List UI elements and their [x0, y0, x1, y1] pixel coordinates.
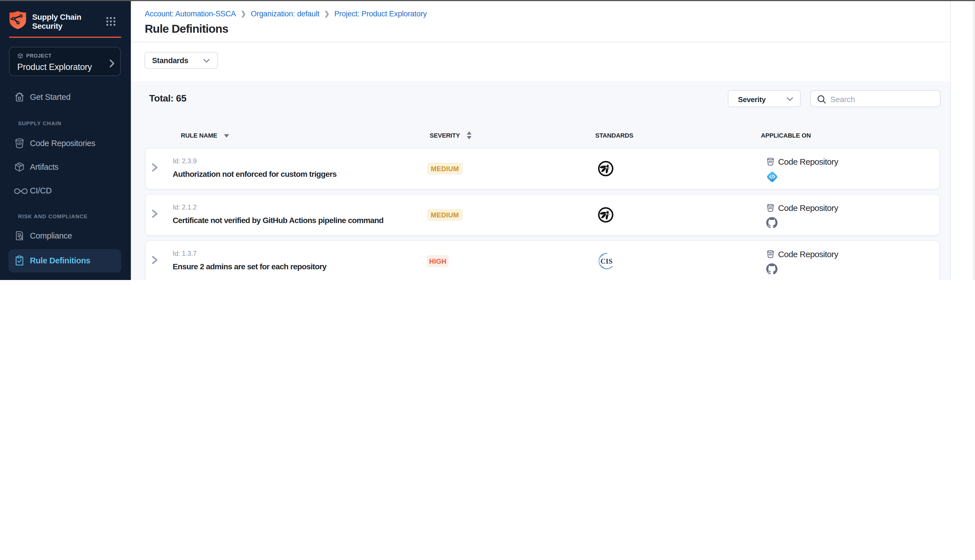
svg-text:CIS: CIS [600, 257, 613, 265]
